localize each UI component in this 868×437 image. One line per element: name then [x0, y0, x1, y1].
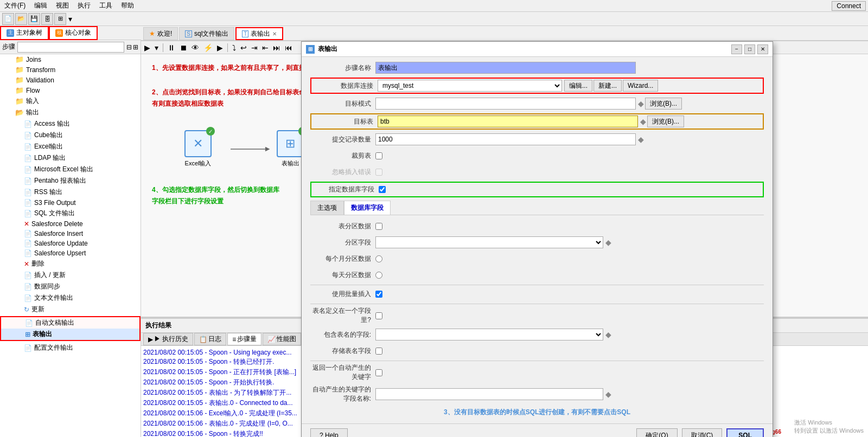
flow-node-excel[interactable]: ✕ ✓ Excel输入	[184, 130, 212, 168]
step-name-input[interactable]	[375, 62, 636, 74]
tree-validation[interactable]: 📁 Validation	[0, 75, 141, 85]
monthly-radio[interactable]	[375, 255, 382, 262]
store-table-name-checkbox[interactable]	[375, 348, 382, 355]
tree-table-output-item[interactable]: ⊞ 表输出	[1, 329, 139, 340]
pause-btn[interactable]: ⏸	[167, 43, 176, 52]
target-schema-input[interactable]	[375, 98, 636, 110]
tree-text-output[interactable]: 📄 文本文件输出	[0, 292, 141, 304]
daily-radio[interactable]	[375, 272, 382, 279]
tree-ldap-output[interactable]: 📄 LDAP 输出	[0, 152, 141, 164]
steps-search-input[interactable]	[17, 42, 124, 53]
toolbar-save[interactable]: 💾	[28, 13, 40, 25]
table-in-field-checkbox[interactable]	[375, 312, 382, 319]
stop-btn[interactable]: ⏹	[178, 43, 188, 52]
tab-welcome[interactable]: ★ 欢迎!	[143, 27, 178, 40]
commit-count-input[interactable]	[375, 133, 636, 145]
run-btn[interactable]: ▶	[143, 43, 151, 52]
tree-flow[interactable]: 📁 Flow	[0, 85, 141, 95]
partition-field-select[interactable]	[375, 236, 603, 248]
tree-pentaho-report[interactable]: 📄 Pentaho 报表输出	[0, 175, 141, 187]
step2-btn[interactable]: ↩	[239, 43, 248, 52]
truncate-label: 裁剪表	[310, 151, 375, 160]
tree-sf-upsert[interactable]: 📄 Salesforce Upsert	[0, 248, 141, 258]
tree-config-output[interactable]: 📄 配置文件输出	[0, 342, 141, 354]
run2-btn[interactable]: ▶	[216, 43, 224, 52]
db-fields-tab[interactable]: 数据库字段	[344, 201, 391, 215]
tree-transform[interactable]: 📁 Transform	[0, 65, 141, 75]
step4-btn[interactable]: ⇤	[261, 43, 270, 52]
help-btn[interactable]: ? Help	[310, 428, 348, 437]
tree-auto-output[interactable]: 📄 自动文稿输出	[1, 317, 139, 329]
tree-cube-output[interactable]: 📄 Cube输出	[0, 130, 141, 141]
auto-key-field-input[interactable]	[375, 388, 603, 400]
partition-data-checkbox[interactable]	[375, 223, 382, 230]
main-options-tab[interactable]: 主选项	[310, 201, 344, 215]
toolbar-open[interactable]: 📂	[15, 13, 27, 25]
tree-update[interactable]: ↻ 更新	[0, 304, 141, 315]
toolbar-dropdown[interactable]: ▾	[67, 15, 73, 23]
step6-btn[interactable]: ⏮	[284, 43, 293, 52]
tab-table-output[interactable]: T 表输出 ✕	[235, 27, 283, 40]
sql-btn[interactable]: SQL	[726, 428, 764, 437]
tree-delete[interactable]: ✕ 删除	[0, 258, 141, 269]
tree-insert-update[interactable]: 📄 插入 / 更新	[0, 269, 141, 281]
step5-btn[interactable]: ⏭	[272, 43, 282, 52]
db-conn-new-btn[interactable]: 新建...	[593, 80, 622, 92]
table-browse-btn[interactable]: 浏览(B)...	[647, 115, 684, 127]
tree-sf-update[interactable]: 📄 Salesforce Update	[0, 239, 141, 248]
target-table-input[interactable]	[378, 115, 638, 127]
tree-sql-file-output[interactable]: 📄 SQL 文件输出	[0, 208, 141, 219]
specify-db-fields-checkbox[interactable]	[379, 186, 386, 193]
connect-button[interactable]: Connect	[832, 1, 866, 11]
collapse-icon[interactable]: ⊟	[126, 43, 132, 51]
db-conn-wizard-btn[interactable]: Wizard...	[623, 80, 658, 92]
flow-node-table-output[interactable]: ⊞ ✓ 表输出	[277, 130, 304, 168]
db-conn-select[interactable]: mysql_test	[378, 80, 562, 92]
toolbar-new[interactable]: 📄	[2, 13, 14, 25]
tree-rss-output[interactable]: 📄 RSS 输出	[0, 187, 141, 198]
tree-input[interactable]: 📁 输入	[0, 95, 141, 107]
bulk-insert-checkbox[interactable]	[375, 291, 382, 298]
return-key-checkbox[interactable]	[375, 369, 382, 376]
tree-sf-insert[interactable]: 📄 Salesforce Insert	[0, 229, 141, 239]
tree-sf-delete[interactable]: ✕ Salesforce Delete	[0, 219, 141, 229]
dialog-maximize-btn[interactable]: □	[744, 44, 755, 54]
toolbar-save-all[interactable]: 🗄	[41, 13, 53, 25]
expand-icon[interactable]: ⊞	[133, 43, 138, 51]
truncate-checkbox[interactable]	[375, 152, 382, 159]
tab-table-output-close[interactable]: ✕	[272, 31, 277, 37]
tree-output[interactable]: 📂 输出	[0, 107, 141, 118]
table-name-field-select[interactable]	[375, 329, 603, 340]
tree-ms-excel-output[interactable]: 📄 Microsoft Excel 输出	[0, 164, 141, 175]
tab-core-objects[interactable]: 核 核心对象	[49, 26, 98, 40]
dialog-minimize-btn[interactable]: −	[731, 44, 742, 54]
menu-tools[interactable]: 工具	[97, 1, 114, 10]
dialog-close-btn[interactable]: ✕	[757, 44, 768, 54]
tab-main-objects[interactable]: 主 主对象树	[0, 26, 49, 40]
exec-steps-tab[interactable]: ≡ 步骤量	[227, 333, 261, 345]
step3-btn[interactable]: ⇥	[250, 43, 259, 52]
menu-file[interactable]: 文件(F)	[2, 1, 28, 10]
tab-sql-output[interactable]: S sql文件输出	[179, 27, 234, 40]
preview-btn[interactable]: 👁	[190, 43, 200, 52]
check-btn[interactable]: ⚡	[202, 43, 214, 52]
db-conn-edit-btn[interactable]: 编辑...	[564, 80, 592, 92]
tree-s3-output[interactable]: 📄 S3 File Output	[0, 198, 141, 208]
exec-log-tab[interactable]: 📋 日志	[194, 333, 226, 345]
step1-btn[interactable]: ⤵	[231, 43, 237, 52]
schema-browse-btn[interactable]: 浏览(B)...	[645, 98, 682, 110]
ok-btn[interactable]: 确定(O)	[636, 428, 677, 437]
menu-view[interactable]: 视图	[54, 1, 71, 10]
tree-joins[interactable]: 📁 Joins	[0, 54, 141, 65]
run-dropdown[interactable]: ▾	[154, 43, 159, 52]
toolbar-layers[interactable]: ⊞	[54, 13, 66, 25]
exec-perf-tab[interactable]: 📈 性能图	[263, 333, 301, 345]
exec-history-tab[interactable]: ▶ ▶ 执行历史	[143, 333, 193, 345]
tree-access-output[interactable]: 📄 Access 输出	[0, 118, 141, 130]
menu-edit[interactable]: 编辑	[32, 1, 49, 10]
cancel-btn[interactable]: 取消(C)	[682, 428, 723, 437]
menu-help[interactable]: 帮助	[119, 1, 136, 10]
tree-excel-output[interactable]: 📄 Excel输出	[0, 141, 141, 152]
tree-data-sync[interactable]: 📄 数据同步	[0, 281, 141, 292]
menu-exec[interactable]: 执行	[75, 1, 93, 10]
